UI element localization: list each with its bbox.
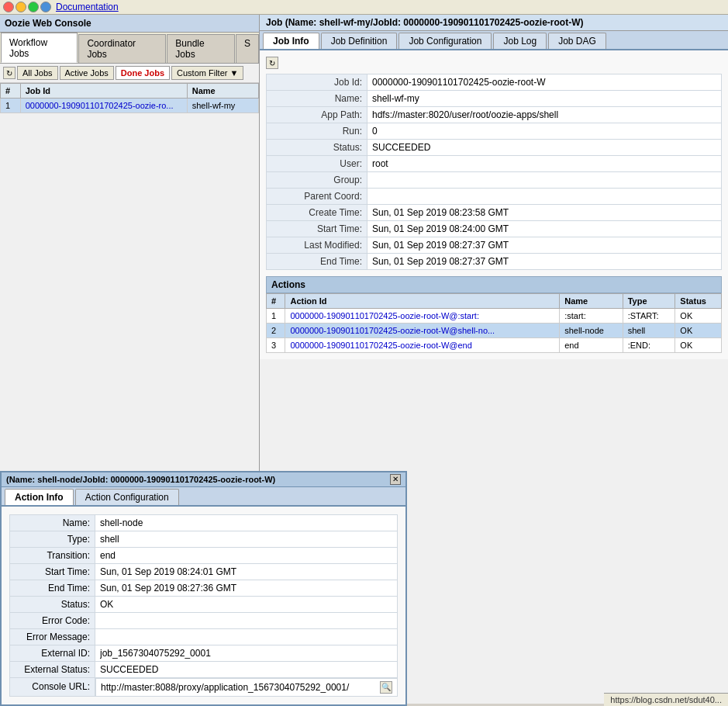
popup-tab-action-info[interactable]: Action Info (5, 489, 74, 505)
field-label: App Path: (267, 107, 367, 123)
cell-job-id[interactable]: 0000000-190901101702425-oozie-ro... (20, 99, 187, 113)
tab-job-definition[interactable]: Job Definition (321, 33, 398, 49)
field-label: Start Time: (267, 221, 367, 237)
popup-info-row: External ID: (10, 645, 398, 661)
cell-action-id[interactable]: 0000000-190901101702425-oozie-root-W@she… (285, 324, 560, 338)
cell-action-id[interactable]: 0000000-190901101702425-oozie-root-W@:st… (285, 309, 560, 324)
action-row[interactable]: 2 0000000-190901101702425-oozie-root-W@s… (267, 324, 722, 338)
cell-action-num: 3 (267, 338, 285, 353)
filter-active-jobs[interactable]: Active Jobs (60, 66, 114, 80)
popup-tab-action-config[interactable]: Action Configuration (75, 489, 179, 505)
field-value (367, 172, 722, 189)
bottom-popup: (Name: shell-node/JobId: 0000000-1909011… (0, 471, 407, 707)
search-icon[interactable]: 🔍 (380, 681, 392, 694)
popup-title-bar: (Name: shell-node/JobId: 0000000-1909011… (2, 472, 405, 487)
popup-field-input[interactable] (100, 648, 392, 659)
cell-action-id[interactable]: 0000000-190901101702425-oozie-root-W@end (285, 338, 560, 353)
jobs-table-container: # Job Id Name 1 0000000-190901101702425-… (0, 83, 259, 113)
cell-action-status: OK (675, 309, 722, 324)
popup-field-label: End Time: (10, 580, 95, 596)
info-row: Run: 0 (267, 123, 722, 140)
popup-info-row: End Time: (10, 580, 398, 596)
action-row[interactable]: 1 0000000-190901101702425-oozie-root-W@:… (267, 309, 722, 324)
title-bar: Documentation (0, 0, 728, 15)
filter-custom[interactable]: Custom Filter ▼ (171, 66, 243, 80)
popup-info-row: Error Message: (10, 628, 398, 645)
cell-action-num: 1 (267, 309, 285, 324)
field-value: Sun, 01 Sep 2019 08:27:37 GMT (367, 254, 722, 270)
popup-field-value (95, 612, 398, 628)
field-value: Sun, 01 Sep 2019 08:24:00 GMT (367, 221, 722, 237)
info-row: Status: SUCCEEDED (267, 140, 722, 156)
tab-bundle-jobs[interactable]: Bundle Jobs (167, 34, 235, 63)
filter-done-jobs[interactable]: Done Jobs (116, 66, 170, 80)
tab-job-configuration[interactable]: Job Configuration (399, 33, 492, 49)
popup-close-button[interactable]: ✕ (390, 474, 401, 485)
maximize-btn[interactable] (28, 2, 39, 12)
tab-workflow-jobs[interactable]: Workflow Jobs (1, 33, 78, 63)
cell-action-type: shell (623, 324, 675, 338)
popup-field-label: Status: (10, 596, 95, 612)
popup-field-input[interactable] (100, 599, 392, 610)
field-value: Sun, 01 Sep 2019 08:27:37 GMT (367, 237, 722, 254)
info-row: App Path: hdfs://master:8020/user/root/o… (267, 107, 722, 123)
cell-action-type: :START: (623, 309, 675, 324)
popup-field-label: Type: (10, 531, 95, 547)
action-row[interactable]: 3 0000000-190901101702425-oozie-root-W@e… (267, 338, 722, 353)
popup-field-value (95, 531, 398, 547)
field-value: 0 (367, 123, 722, 140)
cell-action-name: end (560, 338, 623, 353)
col-job-id: Job Id (20, 84, 187, 99)
popup-field-input[interactable] (100, 583, 392, 594)
status-text: https://blog.csdn.net/sdut40... (610, 695, 722, 704)
popup-content: Name: Type: Transition: Start Time: End … (2, 507, 405, 705)
extra-btn[interactable] (40, 2, 51, 12)
tab-job-info[interactable]: Job Info (263, 33, 319, 49)
tab-job-log[interactable]: Job Log (493, 33, 547, 49)
popup-info-row: External Status: (10, 661, 398, 677)
status-bar: https://blog.csdn.net/sdut40... (604, 693, 728, 706)
refresh-small-icon[interactable]: ↻ (266, 57, 278, 69)
info-row: Job Id: 0000000-190901101702425-oozie-ro… (267, 74, 722, 91)
popup-field-input[interactable] (100, 615, 392, 626)
tab-s[interactable]: S (236, 34, 259, 63)
field-label: Job Id: (267, 74, 367, 91)
field-label: Status: (267, 140, 367, 156)
actions-table: # Action Id Name Type Status 1 0000000-1… (266, 293, 722, 353)
popup-field-value (95, 514, 398, 531)
popup-info-row: Name: (10, 514, 398, 531)
minimize-btn[interactable] (16, 2, 26, 12)
popup-info-row: Console URL: 🔍 (10, 677, 398, 697)
popup-field-input[interactable] (100, 632, 392, 642)
field-label: Run: (267, 123, 367, 140)
table-row[interactable]: 1 0000000-190901101702425-oozie-ro... sh… (1, 99, 259, 113)
popup-field-input[interactable] (100, 534, 392, 545)
field-value: Sun, 01 Sep 2019 08:23:58 GMT (367, 205, 722, 221)
field-value: root (367, 156, 722, 172)
col-action-status: Status (675, 294, 722, 309)
popup-field-input[interactable] (100, 517, 392, 528)
popup-info-row: Start Time: (10, 563, 398, 580)
popup-field-input[interactable] (100, 664, 392, 675)
field-label: Create Time: (267, 205, 367, 221)
console-url-input[interactable] (101, 682, 378, 693)
popup-field-value (95, 580, 398, 596)
job-info-table: Job Id: 0000000-190901101702425-oozie-ro… (266, 74, 722, 270)
refresh-icon[interactable]: ↻ (3, 67, 16, 79)
cell-action-status: OK (675, 338, 722, 353)
popup-info-table: Name: Type: Transition: Start Time: End … (9, 514, 398, 697)
jobs-table: # Job Id Name 1 0000000-190901101702425-… (0, 83, 259, 113)
popup-title: (Name: shell-node/JobId: 0000000-1909011… (6, 475, 275, 484)
close-btn[interactable] (3, 2, 14, 12)
popup-field-input[interactable] (100, 550, 392, 561)
col-action-num: # (267, 294, 285, 309)
tab-job-dag[interactable]: Job DAG (548, 33, 606, 49)
info-row: Create Time: Sun, 01 Sep 2019 08:23:58 G… (267, 205, 722, 221)
filter-all-jobs[interactable]: All Jobs (17, 66, 58, 80)
filter-bar: ↻ All Jobs Active Jobs Done Jobs Custom … (0, 64, 259, 83)
documentation-link[interactable]: Documentation (56, 2, 119, 12)
field-value: hdfs://master:8020/user/root/oozie-apps/… (367, 107, 722, 123)
tab-coordinator-jobs[interactable]: Coordinator Jobs (78, 34, 166, 63)
popup-field-label: External Status: (10, 661, 95, 677)
popup-field-input[interactable] (100, 566, 392, 577)
